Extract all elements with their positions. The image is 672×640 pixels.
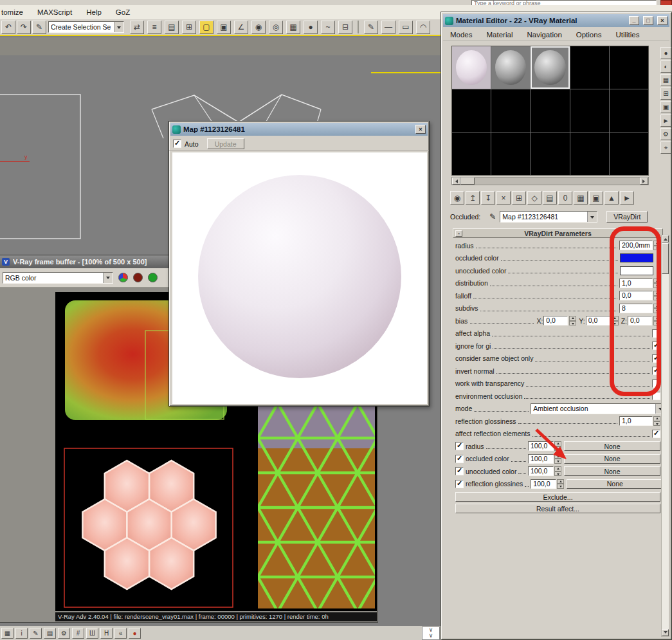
render-setup-icon[interactable]: ◎ (269, 21, 283, 34)
falloff-spinner[interactable] (653, 291, 660, 300)
distribution-field[interactable]: 1,0 (619, 279, 653, 288)
hash-icon[interactable]: # (72, 628, 84, 639)
rectangle-tool-icon[interactable]: ▭ (399, 21, 413, 34)
close-icon[interactable]: × (657, 16, 667, 25)
scroll-thumb[interactable] (460, 178, 475, 185)
mode-combo[interactable]: Ambient occlusion (531, 403, 666, 414)
close-icon[interactable]: × (415, 125, 426, 134)
sample-slot[interactable] (491, 89, 530, 132)
selection-set-combo[interactable]: Create Selection Se (48, 21, 124, 33)
reflection-none-button[interactable]: None (567, 479, 663, 489)
put-library-icon[interactable]: ▤ (543, 191, 557, 205)
bias-x-spinner[interactable] (569, 316, 576, 325)
green-channel-icon[interactable] (148, 273, 158, 282)
maximize-icon[interactable]: □ (643, 16, 653, 25)
affect-reflection-elements-checkbox[interactable] (652, 430, 660, 438)
scroll-right-icon[interactable] (640, 178, 648, 185)
arc-tool-icon[interactable]: ◠ (416, 21, 430, 34)
subdivs-spinner[interactable] (653, 304, 660, 313)
material-editor-titlebar[interactable]: Material Editor - 22 - VRay Material _ □… (443, 14, 669, 27)
get-material-icon[interactable]: ◉ (450, 191, 464, 205)
layers-icon[interactable]: ▤ (44, 628, 56, 639)
menu-utilities[interactable]: Utilities (608, 31, 646, 39)
redo-icon[interactable]: ↷ (17, 21, 31, 34)
make-copy-icon[interactable]: ⊞ (512, 191, 526, 205)
map-window-titlebar[interactable]: Map #1123126481 × (170, 123, 428, 136)
rewind-icon[interactable]: « (114, 628, 127, 639)
menu-material[interactable]: Material (480, 31, 520, 39)
schematic-view-icon[interactable]: ⊟ (338, 21, 352, 34)
sample-slot[interactable] (610, 89, 648, 132)
rgb-channels-icon[interactable] (118, 273, 128, 282)
sha-icon[interactable]: Ш (86, 628, 98, 639)
falloff-field[interactable]: 0,0 (619, 291, 653, 300)
scene-explorer-icon[interactable]: ⊞ (182, 21, 196, 34)
scroll-up-icon[interactable] (662, 235, 669, 242)
unoccluded-color-none-button[interactable]: None (564, 466, 660, 476)
sample-slot[interactable] (570, 89, 609, 132)
backlight-icon[interactable]: ◐ (660, 60, 671, 73)
info-icon[interactable]: i (15, 628, 28, 639)
crossing-select-icon[interactable]: ▣ (217, 21, 231, 34)
sample-slot[interactable] (452, 89, 491, 132)
sample-slot[interactable] (610, 133, 648, 175)
layer-manager-icon[interactable]: ▤ (165, 21, 179, 34)
material-class-button[interactable]: VRayDirt (606, 211, 648, 223)
reflection-glossiness-field[interactable]: 1,0 (619, 416, 653, 426)
map-unoccluded-color-amount[interactable]: 100,0 (528, 466, 554, 476)
render-icon[interactable]: ● (304, 21, 318, 34)
sample-slot[interactable] (570, 46, 609, 89)
red-channel-icon[interactable] (133, 273, 143, 282)
scroll-down-icon[interactable] (662, 629, 669, 636)
channel-combo[interactable]: RGB color (3, 272, 113, 284)
exclude-button[interactable]: Exclude... (455, 492, 660, 502)
go-parent-icon[interactable]: ▲ (604, 191, 619, 205)
map-radius-amount[interactable]: 100,0 (528, 441, 554, 451)
map-radius-spinner[interactable] (554, 441, 561, 451)
gear-icon[interactable]: ⚙ (58, 628, 70, 639)
eyedropper-icon[interactable]: ✎ (489, 212, 496, 221)
pencil-icon[interactable]: ✎ (30, 628, 42, 639)
map-unoccluded-color-spinner[interactable] (554, 466, 561, 476)
subdivs-field[interactable]: 8 (619, 304, 653, 313)
sample-slot[interactable] (531, 89, 569, 132)
mirror-icon[interactable]: ⇄ (130, 21, 144, 34)
chevron-down-icon[interactable] (114, 22, 123, 32)
affect-alpha-checkbox[interactable] (652, 329, 660, 338)
chevron-down-icon[interactable] (587, 212, 597, 222)
reflection-glossiness-spinner[interactable] (653, 416, 660, 426)
sample-slot-active[interactable] (531, 46, 569, 89)
go-sibling-icon[interactable]: ► (620, 191, 634, 205)
minimize-icon[interactable]: _ (629, 16, 639, 25)
material-id-icon[interactable]: 0 (558, 191, 572, 205)
bias-y-spinner[interactable] (612, 316, 619, 325)
scroll-left-icon[interactable] (452, 178, 460, 185)
align-icon[interactable]: ≡ (147, 21, 161, 34)
select-by-material-icon[interactable]: ⌖ (660, 142, 671, 154)
snap-toggle-icon[interactable]: ∠ (234, 21, 248, 34)
sample-slot[interactable] (531, 133, 569, 175)
region-select-icon[interactable]: ▢ (199, 21, 213, 34)
named-selection-icon[interactable]: ✎ (32, 21, 46, 34)
occluded-color-swatch[interactable] (620, 253, 653, 262)
assign-material-icon[interactable]: ↧ (481, 191, 495, 205)
auto-checkbox[interactable] (173, 140, 181, 148)
menu-maxscript[interactable]: MAXScript (30, 8, 79, 16)
sample-slot[interactable] (452, 46, 491, 89)
sample-slot[interactable] (491, 133, 530, 175)
pencil-icon[interactable]: ✎ (364, 21, 378, 34)
map-radius-checkbox[interactable] (455, 442, 464, 450)
bias-x-field[interactable]: 0,0 (543, 316, 568, 325)
bias-z-spinner[interactable] (653, 316, 660, 325)
scroll-thumb[interactable] (662, 243, 669, 274)
environment-occlusion-checkbox[interactable] (652, 392, 660, 400)
menu-options[interactable]: Options (569, 31, 609, 39)
sample-slot[interactable] (491, 46, 530, 89)
map-occluded-color-amount[interactable]: 100,0 (528, 454, 554, 464)
scroll-chevrons[interactable]: ∨ ∨ (422, 626, 440, 640)
unoccluded-color-swatch[interactable] (620, 266, 653, 275)
sample-type-icon[interactable]: ● (660, 47, 671, 59)
sample-slot[interactable] (610, 46, 648, 89)
sample-slot[interactable] (452, 133, 491, 175)
grid-icon[interactable]: ▦ (1, 628, 14, 639)
